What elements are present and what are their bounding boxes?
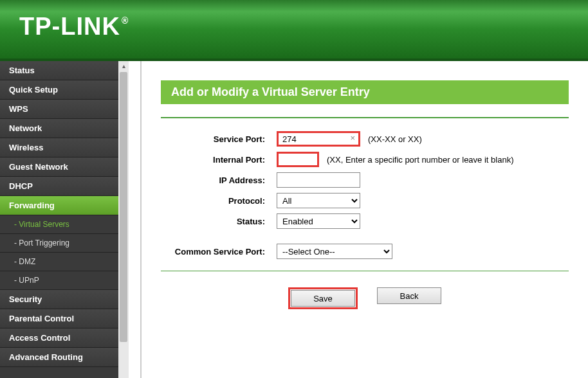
scroll-thumb[interactable] bbox=[120, 72, 127, 342]
sidebar-item-access-control[interactable]: Access Control bbox=[0, 328, 118, 348]
sidebar: Status Quick Setup WPS Network Wireless … bbox=[0, 61, 118, 378]
back-button[interactable]: Back bbox=[377, 287, 441, 304]
sidebar-sub-virtual-servers[interactable]: - Virtual Servers bbox=[0, 215, 118, 234]
content-area: Add or Modify a Virtual Server Entry Ser… bbox=[129, 61, 588, 378]
sidebar-scrollbar[interactable]: ▴ bbox=[118, 61, 129, 378]
divider bbox=[161, 117, 569, 118]
sidebar-item-security[interactable]: Security bbox=[0, 290, 118, 309]
label-protocol: Protocol: bbox=[161, 196, 277, 206]
sidebar-container: Status Quick Setup WPS Network Wireless … bbox=[0, 61, 129, 378]
label-common-service-port: Common Service Port: bbox=[161, 247, 277, 256]
row-common-service-port: Common Service Port: --Select One-- bbox=[161, 244, 569, 259]
registered-mark: ® bbox=[122, 15, 129, 26]
divider-bottom bbox=[161, 271, 569, 271]
sidebar-item-dhcp[interactable]: DHCP bbox=[0, 177, 118, 196]
clear-input-icon[interactable]: × bbox=[350, 133, 355, 143]
common-service-port-select[interactable]: --Select One-- bbox=[277, 244, 392, 259]
scroll-up-arrow-icon[interactable]: ▴ bbox=[121, 61, 127, 71]
sidebar-item-quick-setup[interactable]: Quick Setup bbox=[0, 80, 118, 100]
row-internal-port: Internal Port: (XX, Enter a specific por… bbox=[161, 152, 569, 167]
sidebar-item-wps[interactable]: WPS bbox=[0, 100, 118, 119]
hint-internal-port: (XX, Enter a specific port number or lea… bbox=[327, 155, 513, 165]
row-service-port: Service Port: × (XX-XX or XX) bbox=[161, 131, 569, 147]
service-port-input[interactable] bbox=[277, 131, 360, 147]
page-title: Add or Modify a Virtual Server Entry bbox=[161, 80, 569, 104]
header: TP-LINK ® bbox=[0, 0, 588, 61]
label-internal-port: Internal Port: bbox=[161, 155, 277, 165]
sidebar-sub-dmz[interactable]: - DMZ bbox=[0, 253, 118, 271]
sidebar-item-advanced-routing[interactable]: Advanced Routing bbox=[0, 348, 118, 367]
label-ip-address: IP Address: bbox=[161, 176, 277, 185]
sidebar-item-status[interactable]: Status bbox=[0, 61, 118, 80]
label-service-port: Service Port: bbox=[161, 134, 277, 144]
sidebar-item-forwarding[interactable]: Forwarding bbox=[0, 196, 118, 215]
internal-port-input[interactable] bbox=[277, 152, 319, 167]
sidebar-item-network[interactable]: Network bbox=[0, 119, 118, 138]
sidebar-item-guest-network[interactable]: Guest Network bbox=[0, 158, 118, 177]
row-status: Status: Enabled bbox=[161, 213, 569, 229]
brand-logo: TP-LINK ® bbox=[19, 13, 569, 40]
label-status: Status: bbox=[161, 217, 277, 226]
sidebar-sub-upnp[interactable]: - UPnP bbox=[0, 271, 118, 290]
row-protocol: Protocol: All bbox=[161, 193, 569, 208]
brand-text: TP-LINK bbox=[19, 13, 120, 40]
sidebar-item-wireless[interactable]: Wireless bbox=[0, 138, 118, 158]
protocol-select[interactable]: All bbox=[277, 193, 360, 208]
status-select[interactable]: Enabled bbox=[277, 213, 360, 229]
save-button[interactable]: Save bbox=[291, 290, 355, 307]
row-ip-address: IP Address: bbox=[161, 172, 569, 188]
hint-service-port: (XX-XX or XX) bbox=[368, 134, 422, 144]
ip-address-input[interactable] bbox=[277, 172, 360, 188]
sidebar-item-parental-control[interactable]: Parental Control bbox=[0, 309, 118, 328]
save-button-highlight: Save bbox=[288, 287, 358, 309]
button-row: Save Back bbox=[161, 287, 569, 309]
sidebar-sub-port-triggering[interactable]: - Port Triggering bbox=[0, 234, 118, 253]
